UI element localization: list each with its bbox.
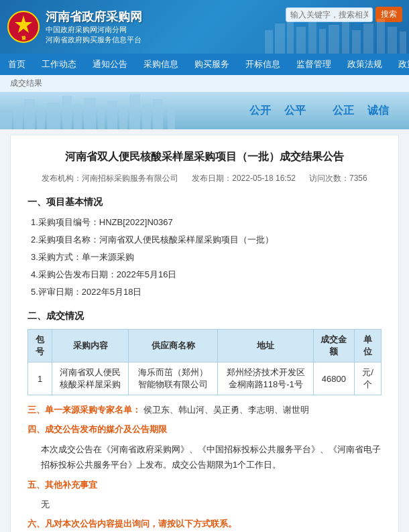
svg-rect-15 bbox=[388, 27, 397, 54]
svg-rect-30 bbox=[142, 105, 151, 129]
visit-value: 7356 bbox=[349, 174, 367, 183]
content-area: 河南省双人便民核酸采样屋采购项目（一批）成交结果公告 发布机构：河南招标采购服务… bbox=[10, 135, 399, 532]
section3-title: 三、单一来源采购专家名单： bbox=[27, 405, 141, 415]
svg-rect-23 bbox=[62, 96, 72, 129]
main-nav: 首页 工作动态 通知公告 采购信息 购买服务 开标信息 监督管理 政策法规 政策… bbox=[0, 54, 409, 75]
section1-title: 一、项目基本情况 bbox=[27, 196, 382, 208]
banner: 公开 公平 公正 诚信 bbox=[0, 92, 409, 129]
list-item: 3.采购方式：单一来源采购 bbox=[31, 249, 382, 266]
svg-rect-26 bbox=[98, 109, 105, 129]
section5-title: 五、其他补充事宜 bbox=[27, 477, 382, 492]
col-unit: 单位 bbox=[354, 330, 381, 362]
section3-content: 侯卫东、韩山河、吴正勇、李志明、谢世明 bbox=[143, 405, 309, 415]
svg-rect-27 bbox=[107, 101, 117, 129]
meta-publisher: 发布机构：河南招标采购服务有限公司 bbox=[42, 173, 178, 184]
svg-rect-4 bbox=[265, 30, 273, 54]
svg-rect-25 bbox=[84, 98, 96, 129]
svg-rect-6 bbox=[287, 20, 294, 54]
list-item: 1.采购项目编号：HNZB[2022]N0367 bbox=[31, 214, 382, 231]
svg-rect-13 bbox=[363, 23, 373, 54]
section4-title: 四、成交公告发布的媒介及公告期限 bbox=[27, 421, 382, 437]
nav-policy-interp[interactable]: 政策解读 bbox=[390, 54, 409, 75]
meta-date: 发布日期：2022-05-18 16:52 bbox=[192, 173, 296, 184]
col-id: 包号 bbox=[28, 330, 52, 362]
result-table: 包号 采购内容 供应商名称 地址 成交金额 单位 1 河南省双人便民核酸采样屋采… bbox=[27, 329, 382, 395]
slogan-text-honest: 诚信 bbox=[367, 104, 389, 118]
svg-rect-29 bbox=[129, 94, 140, 129]
svg-rect-16 bbox=[400, 31, 406, 54]
logo-text-area: 河南省政府采购网 中国政府采购网河南分网 河南省政府购买服务信息平台 bbox=[46, 9, 142, 44]
svg-rect-18 bbox=[0, 113, 12, 129]
nav-purchase[interactable]: 采购信息 bbox=[135, 54, 186, 75]
list-item: 2.采购项目名称：河南省双人便民核酸采样屋采购项目（一批） bbox=[31, 231, 382, 249]
slogan-text-fair: 公平 bbox=[284, 104, 306, 118]
nav-policy[interactable]: 政策法规 bbox=[339, 54, 390, 75]
list-item: 5.评审日期：2022年5月18日 bbox=[31, 283, 382, 301]
list-item: 4.采购公告发布日期：2022年5月16日 bbox=[31, 266, 382, 283]
nav-home[interactable]: 首页 bbox=[0, 54, 34, 75]
svg-text:豫: 豫 bbox=[21, 36, 27, 40]
cell-supplier: 海乐而茁（郑州）智能物联有限公司 bbox=[129, 362, 218, 395]
svg-rect-9 bbox=[319, 29, 326, 54]
svg-rect-22 bbox=[47, 103, 60, 129]
col-amount: 成交金额 bbox=[313, 330, 354, 362]
svg-rect-5 bbox=[275, 23, 285, 54]
col-address: 地址 bbox=[218, 330, 314, 362]
logo-emblem-icon: 豫 bbox=[7, 10, 40, 44]
table-row: 1 河南省双人便民核酸采样屋采购 海乐而茁（郑州）智能物联有限公司 郑州经济技术… bbox=[28, 362, 382, 395]
slogan-text-open: 公开 bbox=[249, 104, 271, 118]
header: 豫 河南省政府采购网 中国政府采购网河南分网 河南省政府购买服务信息平台 搜索 bbox=[0, 0, 409, 54]
slogan-honest: 诚信 bbox=[367, 104, 389, 118]
cell-id: 1 bbox=[28, 362, 52, 395]
nav-bidopen[interactable]: 开标信息 bbox=[237, 54, 288, 75]
section2-title: 二、成交情况 bbox=[27, 310, 382, 322]
logo-subtitle1: 中国政府采购网河南分网 bbox=[46, 25, 142, 34]
section6-title: 六、凡对本次公告内容提出询问，请按以下方式联系。 bbox=[27, 516, 382, 531]
nav-work[interactable]: 工作动态 bbox=[34, 54, 84, 75]
section1-list: 1.采购项目编号：HNZB[2022]N0367 2.采购项目名称：河南省双人便… bbox=[27, 214, 382, 301]
cell-amount: 46800 bbox=[313, 362, 354, 395]
svg-rect-14 bbox=[377, 19, 385, 54]
svg-rect-12 bbox=[352, 30, 361, 54]
svg-rect-10 bbox=[329, 25, 339, 54]
meta-info: 发布机构：河南招标采购服务有限公司 发布日期：2022-05-18 16:52 … bbox=[27, 173, 382, 184]
date-value: 2022-05-18 16:52 bbox=[232, 174, 296, 183]
logo-area: 豫 河南省政府采购网 中国政府采购网河南分网 河南省政府购买服务信息平台 bbox=[7, 9, 142, 44]
svg-rect-11 bbox=[342, 21, 349, 54]
slogan-text-just: 公正 bbox=[333, 104, 354, 118]
page-title: 河南省双人便民核酸采样屋采购项目（一批）成交结果公告 bbox=[27, 149, 382, 165]
section4-content: 本次成交公告在《河南省政府采购网》、《中国招标投标公共服务平台》、《河南省电子招… bbox=[27, 442, 382, 473]
logo-title: 河南省政府采购网 bbox=[46, 9, 142, 25]
slogan-fair: 公平 bbox=[284, 104, 306, 118]
publisher-value: 河南招标采购服务有限公司 bbox=[82, 174, 178, 183]
svg-rect-19 bbox=[13, 106, 23, 129]
svg-rect-8 bbox=[308, 22, 316, 54]
breadcrumb: 成交结果 bbox=[0, 75, 409, 92]
svg-rect-28 bbox=[119, 106, 127, 129]
svg-rect-21 bbox=[37, 107, 45, 129]
svg-rect-31 bbox=[153, 99, 163, 129]
cell-content: 河南省双人便民核酸采样屋采购 bbox=[52, 362, 129, 395]
section5-content: 无 bbox=[27, 496, 382, 512]
meta-visits: 访问次数：7356 bbox=[309, 173, 367, 184]
cell-address: 郑州经济技术开发区金桐南路118号-1号 bbox=[218, 362, 314, 395]
table-header-row: 包号 采购内容 供应商名称 地址 成交金额 单位 bbox=[28, 330, 382, 362]
logo-subtitle2: 河南省政府购买服务信息平台 bbox=[46, 35, 142, 44]
cell-unit: 元/个 bbox=[354, 362, 381, 395]
nav-notice[interactable]: 通知公告 bbox=[84, 54, 135, 75]
col-content: 采购内容 bbox=[52, 330, 129, 362]
section3: 三、单一来源采购专家名单： 侯卫东、韩山河、吴正勇、李志明、谢世明 bbox=[27, 402, 382, 417]
slogan-open: 公开 bbox=[249, 104, 271, 118]
svg-rect-20 bbox=[24, 99, 35, 129]
svg-rect-32 bbox=[168, 107, 175, 129]
svg-rect-7 bbox=[296, 27, 306, 54]
nav-supervise[interactable]: 监督管理 bbox=[288, 54, 339, 75]
banner-slogans: 公开 公平 公正 诚信 bbox=[249, 104, 389, 118]
nav-service[interactable]: 购买服务 bbox=[186, 54, 237, 75]
header-cityscape-icon bbox=[261, 17, 409, 54]
slogan-just: 公正 bbox=[333, 104, 354, 118]
svg-rect-24 bbox=[74, 105, 82, 129]
col-supplier: 供应商名称 bbox=[129, 330, 218, 362]
